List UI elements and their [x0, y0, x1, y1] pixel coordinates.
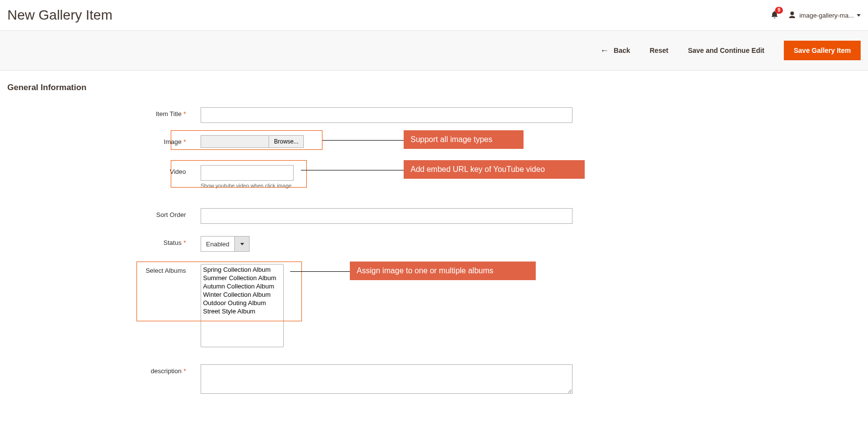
album-option[interactable]: Outdoor Outing Album: [202, 299, 282, 307]
sort-order-input[interactable]: [201, 208, 572, 224]
chevron-down-icon: [857, 14, 861, 17]
status-select[interactable]: Enabled: [201, 236, 250, 252]
album-option[interactable]: Spring Collection Album: [202, 265, 282, 274]
callout-line-video: [301, 170, 404, 170]
save-continue-button[interactable]: Save and Continue Edit: [688, 47, 764, 54]
back-button[interactable]: ← Back: [600, 46, 630, 55]
row-albums: Select Albums Spring Collection AlbumSum…: [7, 264, 861, 347]
callout-line-albums: [290, 271, 350, 272]
arrow-left-icon: ←: [600, 46, 609, 55]
status-toggle[interactable]: [235, 236, 250, 252]
user-name: image-gallery-ma...: [799, 12, 854, 19]
row-item-title: Item Title*: [7, 107, 861, 123]
row-description: description*: [7, 364, 861, 395]
callout-albums: Assign image to one or multiple albums: [350, 262, 536, 280]
album-option[interactable]: Winter Collection Album: [202, 290, 282, 299]
status-value: Enabled: [201, 236, 235, 252]
notifications-count: 9: [775, 7, 783, 14]
album-option[interactable]: Street Style Album: [202, 307, 282, 315]
item-title-input[interactable]: [201, 107, 572, 123]
back-label: Back: [614, 47, 630, 54]
row-sort-order: Sort Order: [7, 208, 861, 224]
notifications-button[interactable]: 9: [770, 10, 779, 21]
chevron-down-icon: [240, 243, 244, 245]
label-albums: Select Albums: [7, 264, 201, 274]
video-hint: Show youtube video when click image: [201, 183, 294, 189]
label-item-title: Item Title*: [7, 107, 201, 118]
form: Item Title* Image* Browse... Support all…: [0, 107, 868, 427]
label-video: Video: [7, 165, 201, 175]
callout-image: Support all image types: [404, 130, 524, 149]
row-image: Image* Browse... Support all image types: [7, 135, 861, 148]
label-image: Image*: [7, 135, 201, 145]
row-status: Status* Enabled: [7, 236, 861, 252]
reset-button[interactable]: Reset: [650, 47, 668, 54]
video-input[interactable]: [201, 165, 294, 181]
file-path-display: [201, 135, 269, 148]
save-button[interactable]: Save Gallery Item: [784, 41, 861, 60]
page-header: New Gallery Item 9 image-gallery-ma...: [0, 0, 868, 30]
image-file-input[interactable]: Browse...: [201, 135, 304, 148]
user-icon: [788, 11, 797, 20]
actions-bar: ← Back Reset Save and Continue Edit Save…: [0, 30, 868, 71]
row-video: Video Show youtube video when click imag…: [7, 165, 861, 189]
browse-button[interactable]: Browse...: [269, 135, 304, 148]
user-menu[interactable]: image-gallery-ma...: [788, 11, 861, 20]
description-textarea[interactable]: [201, 364, 572, 394]
section-title: General Information: [0, 71, 868, 107]
label-sort-order: Sort Order: [7, 208, 201, 218]
page-title: New Gallery Item: [7, 7, 113, 23]
callout-video: Add embed URL key of YouTube video: [404, 160, 585, 179]
callout-line-image: [322, 140, 404, 141]
album-option[interactable]: Autumn Collection Album: [202, 282, 282, 290]
header-actions: 9 image-gallery-ma...: [770, 10, 861, 21]
label-description: description*: [7, 364, 201, 375]
label-status: Status*: [7, 236, 201, 246]
album-option[interactable]: Summer Collection Album: [202, 274, 282, 282]
albums-multiselect[interactable]: Spring Collection AlbumSummer Collection…: [201, 264, 284, 347]
